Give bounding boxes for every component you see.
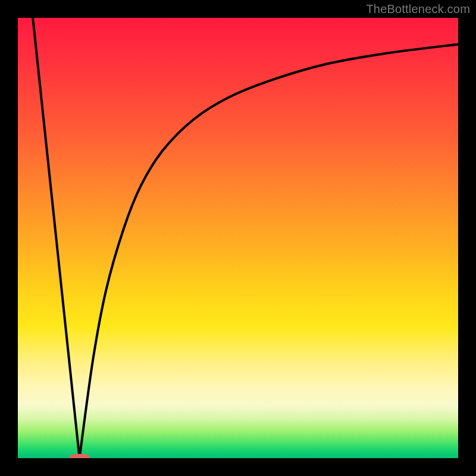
notch-marker-layer <box>18 18 458 458</box>
chart-frame: TheBottleneck.com <box>0 0 476 476</box>
watermark-text: TheBottleneck.com <box>366 2 470 16</box>
plot-area <box>18 18 458 458</box>
notch-marker <box>70 454 89 458</box>
